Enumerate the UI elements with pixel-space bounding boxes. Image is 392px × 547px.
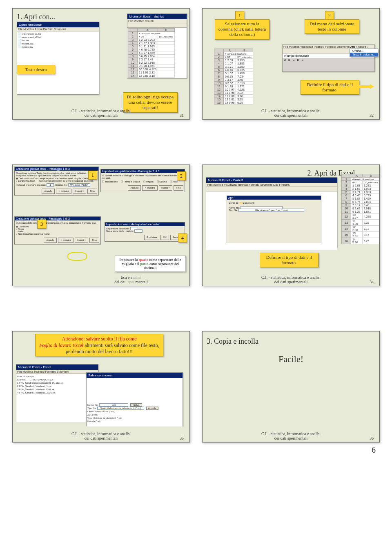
slide-35: Attenzione: salvare subito il fila come … [12,331,190,442]
wizard-step2: Importazione guidata testo - Passaggio 2… [100,169,185,192]
callout-select-col: Selezionare tutta la colonna (click sull… [215,19,270,40]
btn-indietro[interactable]: < Indietro [142,185,157,191]
btn-ok[interactable]: OK [160,235,169,240]
mock-save-dialog: Salva con nome Nome file: dati Salva Tip… [86,372,183,426]
slide-caption: C.I. - statistica, informatica e analisi… [13,431,189,440]
callout-formato: Definire il tipo di dati e il formato. [260,253,318,267]
mock-explorer: Open Resource File Modifica Azioni Prefe… [17,22,99,95]
slide-number: 32 [370,113,374,118]
spreadsheet-small: AB1# tempo di reazione2# DTDT_misurato31… [214,49,253,105]
slide-caption: C.I. - statistica, informatica e analisi… [203,109,379,118]
wizard-step1: Creazione guidata testo - Passaggio 1 di… [14,167,99,196]
slide-number: 36 [370,436,374,440]
mock-titlebar: Open Resource [17,22,99,27]
spreadsheet: AB1# tempo di reazione2# DTDT_misurato31… [341,174,379,244]
btn-avanti[interactable]: Avanti > [73,189,87,194]
note-box: Impostare lo spazio come separatore dell… [115,256,186,272]
btn-indietro[interactable]: < Indietro [56,189,71,194]
mock-menubar: File Modifica Azioni Preferiti Strumenti [17,27,99,31]
dati-menu-popup: Ordina... Testo in colonne... [350,49,378,57]
btn-annulla[interactable]: Annulla [42,189,55,194]
badge-1: 1 [88,171,97,180]
slide-number: 35 [180,436,184,440]
btn-ripristina[interactable]: Ripristina [144,235,159,240]
callout-tasto-destro: Tasto destro [17,65,55,74]
slide-title: 3. Copia e incolla [207,337,377,346]
slide-title: 2. Apri da Excel... [207,169,361,178]
slide-33: Creazione guidata testo - Passaggio 1 di… [12,165,190,286]
mock-excel: Microsoft Excel - dati.txt File Modifica… [127,13,187,78]
slide-32: 1 Selezionare tutta la colonna (click su… [202,8,380,120]
mock-excel-open: Microsoft Excel - Cartel1 File Modifica … [206,177,337,247]
excel-title: Microsoft Excel - dati.txt [127,14,187,19]
slide-caption: tica e analisi dei dati sperimentali [86,275,176,284]
slide-caption: C.I. - statistica, informatica e analisi… [13,109,189,118]
btn-fine[interactable]: Fine [87,189,97,194]
btn-fine[interactable]: Fine [89,238,99,243]
arrow-icon [356,84,374,89]
slide-caption: C.I. - statistica, informatica e analisi… [203,275,379,284]
slide-caption: C.I. - statistica, informatica e analisi… [203,431,379,440]
facile-text: Facile! [205,354,377,365]
callout-warning: Attenzione: salvare subito il fila come … [35,334,163,356]
btn-indietro[interactable]: < Indietro [58,238,73,243]
slide-31: 1. Apri con... Open Resource File Modifi… [12,8,190,120]
callout-formato: Definire il tipo di dati e il formato. [301,80,359,95]
btn-annulla[interactable]: Annulla [128,185,141,191]
badge-4: 4 [178,233,187,242]
wizard-advanced: Impostazioni avanzate importazione testo… [105,222,185,242]
page-number: 6 [372,445,376,455]
btn-avanti[interactable]: Avanti > [159,185,173,191]
menu-item-ordina[interactable]: Ordina... [350,49,378,53]
slide-number: 31 [180,113,184,118]
badge-1: 1 [235,11,244,20]
excel-cells: AB1# tempo di reazione2# DTDT_misurato31… [128,28,175,78]
slide-number: 34 [370,280,374,284]
slide-36: 3. Copia e incolla Facile! C.I. - statis… [202,331,380,442]
btn-avanti[interactable]: Avanti > [75,238,89,243]
badge-2: 2 [325,11,334,20]
menu-item-testo-colonne[interactable]: Testo in colonne... [350,53,378,56]
excel-menubar: File Modifica Visuali [127,19,187,23]
slide-34: 2. Apri da Excel... Microsoft Excel - Ca… [202,165,380,286]
highlight-circle [67,252,87,261]
callout-menu-dati: Dal menu dati selzionare testo in colonn… [305,19,359,34]
badge-2: 2 [177,171,186,180]
btn-annulla[interactable]: Annulla [44,238,57,243]
wizard-step3: Creazione guidata testo - Passaggio 3 di… [14,216,101,245]
btn-fine[interactable]: Fine [174,185,183,191]
badge-3: 3 [37,220,46,229]
